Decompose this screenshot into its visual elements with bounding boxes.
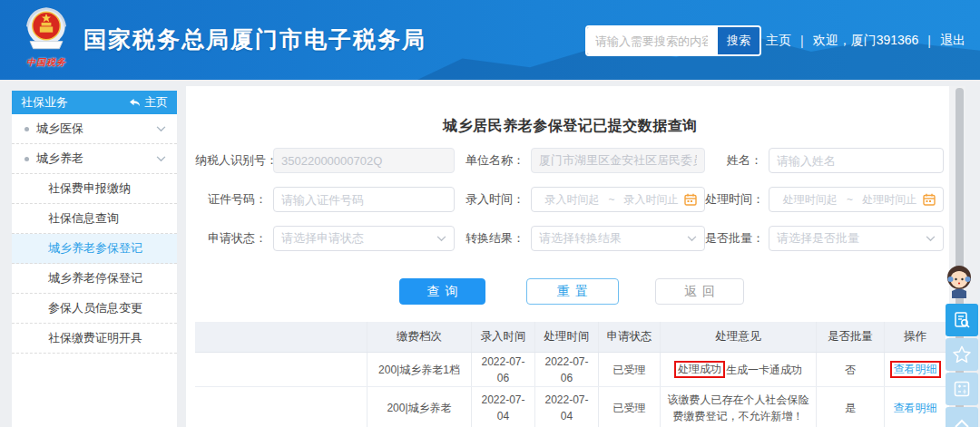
logo-caption: 中国税务 — [18, 56, 74, 69]
calculator-icon — [953, 380, 971, 398]
chevron-up-icon — [954, 418, 970, 427]
chevron-down-icon — [156, 156, 166, 162]
unit-name-label: 单位名称： — [455, 152, 531, 169]
name-label: 姓名： — [705, 152, 769, 169]
cell-entry-date: 2022-07-04 — [472, 387, 535, 427]
annotation-box: 查看明细 — [890, 361, 941, 379]
col-is-batch: 是否批量 — [817, 322, 885, 352]
cell-batch: 否 — [817, 353, 885, 386]
header-search: 搜索 — [585, 25, 761, 56]
cell-action: 查看明细 — [885, 387, 946, 427]
convert-result-label: 转换结果： — [455, 230, 531, 247]
col-tier: 缴费档次 — [368, 322, 472, 352]
sidebar-group-pension[interactable]: 城乡养老 — [12, 144, 177, 174]
convert-result-select[interactable]: 请选择转换结果 — [531, 226, 705, 251]
cell-opinion: 该缴费人已存在个人社会保险费缴费登记，不允许新增！ — [661, 387, 817, 427]
col-action: 操作 — [885, 322, 946, 352]
name-field[interactable] — [769, 148, 944, 173]
col-opinion: 处理意见 — [661, 322, 817, 352]
sidebar-item-payment-cert[interactable]: 社保缴费证明开具 — [12, 324, 177, 354]
calculator-tool[interactable] — [946, 373, 978, 405]
sidebar-item-pension-stop[interactable]: 城乡养老停保登记 — [12, 264, 177, 294]
logout-link[interactable]: 退出 — [940, 33, 965, 49]
entry-time-range[interactable]: 录入时间起 ~ 录入时间止 — [531, 187, 705, 212]
top-nav: 主页 | 欢迎，厦门391366 | 退出 — [766, 33, 965, 49]
table-row: 200|城乡养老1档 2022-07-06 2022-07-06 已受理 处理成… — [195, 353, 946, 387]
apply-status-label: 申请状态： — [195, 230, 273, 247]
sidebar-home-link[interactable]: 主页 — [129, 94, 168, 111]
search-input[interactable] — [587, 27, 716, 54]
calendar-icon[interactable] — [923, 193, 936, 206]
sidebar-title: 社保业务 — [21, 94, 68, 111]
cert-no-label: 证件号码： — [195, 191, 273, 208]
tax-id-label: 纳税人识别号： — [195, 152, 273, 169]
back-button[interactable]: 返回 — [655, 278, 744, 305]
app-header: 中国税务 国家税务总局厦门市电子税务局 搜索 主页 | 欢迎，厦门391366 … — [0, 0, 980, 80]
chevron-down-icon — [926, 236, 936, 242]
chevron-down-icon — [436, 236, 446, 242]
chevron-down-icon — [687, 236, 697, 242]
national-emblem-icon — [22, 5, 71, 54]
sidebar-item-declare-pay[interactable]: 社保费申报缴纳 — [12, 174, 177, 204]
chevron-down-icon — [156, 126, 166, 132]
cert-no-field[interactable] — [273, 187, 455, 212]
process-time-label: 处理时间： — [705, 191, 769, 208]
cell-status: 已受理 — [599, 353, 661, 386]
cell-tier: 200|城乡养老 — [368, 387, 472, 427]
is-batch-label: 是否批量： — [705, 230, 769, 247]
cell-tier: 200|城乡养老1档 — [368, 353, 472, 386]
sidebar-group-medical[interactable]: 城乡医保 — [12, 114, 177, 144]
collapse-tool[interactable] — [946, 407, 978, 427]
sidebar-header: 社保业务 主页 — [12, 91, 177, 114]
unit-name-field — [531, 148, 705, 173]
tax-bureau-logo: 中国税务 — [18, 5, 74, 69]
favorite-tool[interactable] — [946, 338, 978, 371]
floating-toolbar — [946, 264, 980, 427]
view-detail-link[interactable]: 查看明细 — [894, 400, 937, 416]
sidebar: 社保业务 主页 城乡医保 城乡养老 社保费申报缴纳 社保信息查询 城乡养老参保登… — [12, 91, 177, 427]
cell-entry-date: 2022-07-06 — [472, 353, 535, 386]
nav-home-link[interactable]: 主页 — [766, 33, 791, 49]
button-row: 查询 重置 返回 — [186, 278, 955, 305]
document-search-icon — [953, 311, 971, 329]
col-blank — [195, 322, 368, 352]
search-button[interactable]: 搜索 — [716, 27, 760, 54]
col-entry-time: 录入时间 — [472, 322, 535, 352]
bullet-icon — [24, 127, 29, 131]
reset-button[interactable]: 重置 — [526, 278, 619, 305]
back-arrow-icon — [129, 98, 141, 108]
record-search-tool[interactable] — [946, 304, 978, 336]
col-apply-status: 申请状态 — [599, 322, 661, 352]
table-header-row: 缴费档次 录入时间 处理时间 申请状态 处理意见 是否批量 操作 — [195, 322, 946, 353]
tax-id-field — [273, 148, 455, 173]
sidebar-item-pension-register[interactable]: 城乡养老参保登记 — [12, 234, 177, 264]
cell-batch: 是 — [817, 387, 885, 427]
site-title: 国家税务总局厦门市电子税务局 — [83, 24, 426, 54]
process-time-range[interactable]: 处理时间起 ~ 处理时间止 — [769, 187, 944, 212]
nav-divider: | — [800, 34, 804, 48]
cell-process-date: 2022-07-04 — [535, 387, 599, 427]
calendar-icon[interactable] — [684, 193, 697, 206]
table-row: 200|城乡养老 2022-07-04 2022-07-04 已受理 该缴费人已… — [195, 387, 946, 427]
main-panel: 城乡居民养老参保登记已提交数据查询 纳税人识别号： 单位名称： 姓名： 证件号码… — [186, 86, 955, 427]
bullet-icon — [24, 157, 29, 161]
cell-action: 查看明细 — [885, 353, 946, 386]
sidebar-item-member-change[interactable]: 参保人员信息变更 — [12, 294, 177, 324]
sidebar-item-info-query[interactable]: 社保信息查询 — [12, 204, 177, 234]
query-form: 纳税人识别号： 单位名称： 姓名： 证件号码： 录入时间： 录入时间起 ~ 录入… — [195, 148, 946, 251]
entry-time-label: 录入时间： — [455, 191, 531, 208]
cell-status: 已受理 — [599, 387, 661, 427]
star-icon — [952, 345, 972, 364]
annotation-box: 处理成功 — [674, 361, 725, 379]
apply-status-select[interactable]: 请选择申请状态 — [273, 226, 455, 251]
col-process-time: 处理时间 — [535, 322, 599, 352]
cell-process-date: 2022-07-06 — [535, 353, 599, 386]
view-detail-link[interactable]: 查看明细 — [894, 363, 937, 375]
query-button[interactable]: 查询 — [399, 278, 485, 305]
cell-opinion: 处理成功 生成一卡通成功 — [661, 353, 817, 386]
is-batch-select[interactable]: 请选择是否批量 — [769, 226, 944, 251]
welcome-text: 欢迎，厦门391366 — [813, 33, 919, 49]
results-table: 缴费档次 录入时间 处理时间 申请状态 处理意见 是否批量 操作 200|城乡养… — [195, 322, 946, 427]
assistant-avatar[interactable] — [940, 264, 978, 298]
nav-divider: | — [927, 34, 931, 48]
